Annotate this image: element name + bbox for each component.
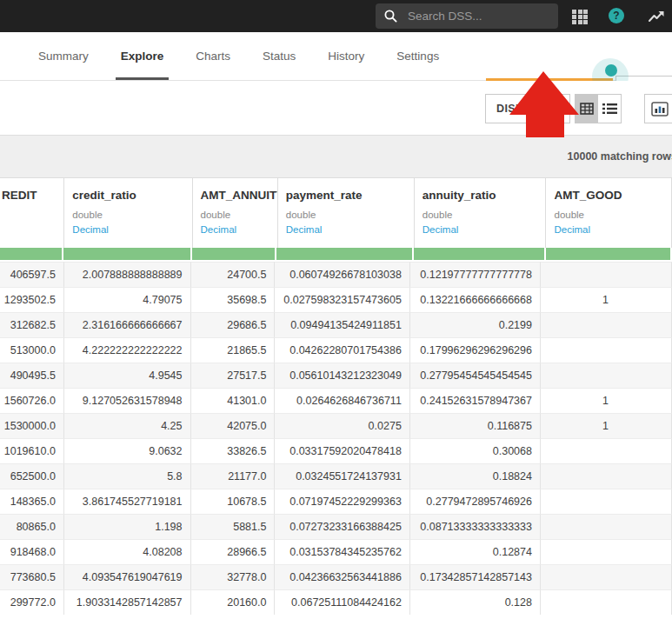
table-cell[interactable] xyxy=(541,463,672,489)
column-name[interactable]: AMT_GOOD xyxy=(554,189,663,202)
table-cell[interactable]: 773680.5 xyxy=(0,564,64,589)
table-cell[interactable]: 0.2199 xyxy=(410,312,541,337)
table-cell[interactable] xyxy=(541,489,672,514)
table-cell[interactable]: 2.316166666666667 xyxy=(64,312,191,337)
table-cell[interactable]: 24700.5 xyxy=(191,262,276,287)
table-cell[interactable]: 0.05610143212323049 xyxy=(275,363,409,388)
table-cell[interactable]: 0.116875 xyxy=(410,413,541,438)
table-cell[interactable]: 5.8 xyxy=(64,463,191,489)
table-cell[interactable]: 4.25 xyxy=(64,413,191,438)
column-header[interactable]: AMT_GOODdoubleDecimal xyxy=(546,178,672,248)
table-cell[interactable]: 32778.0 xyxy=(191,564,276,589)
table-cell[interactable]: 0.06725111084424162 xyxy=(275,589,409,615)
table-cell[interactable]: 0.07273233166388425 xyxy=(275,514,409,539)
tab-charts[interactable]: Charts xyxy=(196,32,230,80)
table-cell[interactable]: 312682.5 xyxy=(0,312,64,337)
column-name[interactable]: annuity_ratio xyxy=(422,189,538,202)
table-cell[interactable]: 0.12874 xyxy=(410,539,541,564)
table-cell[interactable]: 0.0275 xyxy=(275,413,409,438)
table-cell[interactable]: 0.17996296296296296 xyxy=(410,337,541,363)
column-header[interactable]: payment_ratedoubleDecimal xyxy=(278,178,415,248)
table-cell[interactable]: 0.13221666666666668 xyxy=(410,287,541,312)
table-cell[interactable]: 490495.5 xyxy=(0,363,64,388)
table-cell[interactable]: 0.09494135424911851 xyxy=(275,312,409,337)
table-cell[interactable]: 0.03153784345235762 xyxy=(275,539,409,564)
table-cell[interactable]: 0.06074926678103038 xyxy=(275,262,409,287)
table-cell[interactable]: 41301.0 xyxy=(191,388,276,413)
table-cell[interactable]: 21865.5 xyxy=(191,337,276,363)
table-cell[interactable]: 33826.5 xyxy=(191,438,276,463)
table-cell[interactable]: 0.0324551724137931 xyxy=(275,463,409,489)
table-cell[interactable]: 1530000.0 xyxy=(0,413,64,438)
table-cell[interactable]: 406597.5 xyxy=(0,262,64,287)
table-cell[interactable]: 5881.5 xyxy=(191,514,276,539)
help-icon[interactable]: ? xyxy=(609,8,624,23)
table-cell[interactable]: 20160.0 xyxy=(191,589,276,615)
trend-icon[interactable] xyxy=(648,9,665,27)
table-cell[interactable]: 0.12197777777777778 xyxy=(410,262,541,287)
table-cell[interactable] xyxy=(541,363,672,388)
table-cell[interactable]: 0.0264626846736711 xyxy=(275,388,409,413)
table-cell[interactable]: 1 xyxy=(541,413,672,438)
table-cell[interactable]: 4.79075 xyxy=(64,287,191,312)
table-cell[interactable]: 2.007888888888889 xyxy=(64,262,191,287)
table-cell[interactable]: 0.30068 xyxy=(410,438,541,463)
table-cell[interactable]: 4.08208 xyxy=(64,539,191,564)
table-cell[interactable]: 35698.5 xyxy=(191,287,276,312)
table-cell[interactable]: 513000.0 xyxy=(0,337,64,363)
table-cell[interactable]: 1.198 xyxy=(64,514,191,539)
column-header[interactable]: annuity_ratiodoubleDecimal xyxy=(415,178,547,248)
column-name[interactable]: payment_rate xyxy=(286,189,406,202)
table-cell[interactable]: 652500.0 xyxy=(0,463,64,489)
column-meaning-link[interactable]: Decimal xyxy=(201,224,269,235)
table-cell[interactable]: 80865.0 xyxy=(0,514,64,539)
table-cell[interactable]: 0.27795454545454545 xyxy=(410,363,541,388)
table-cell[interactable]: 918468.0 xyxy=(0,539,64,564)
column-header[interactable]: REDIT xyxy=(0,178,64,248)
table-cell[interactable]: 0.08713333333333333 xyxy=(410,514,541,539)
table-cell[interactable] xyxy=(541,589,672,615)
tab-explore[interactable]: Explore xyxy=(116,32,170,80)
table-cell[interactable]: 0.07197452229299363 xyxy=(275,489,409,514)
column-name[interactable]: AMT_ANNUITY xyxy=(201,189,269,202)
tab-summary[interactable]: Summary xyxy=(38,32,89,80)
table-cell[interactable] xyxy=(541,514,672,539)
table-cell[interactable]: 299772.0 xyxy=(0,589,64,615)
column-meaning-link[interactable]: Decimal xyxy=(554,224,663,235)
table-cell[interactable]: 9.0632 xyxy=(64,438,191,463)
tab-settings[interactable]: Settings xyxy=(396,32,439,80)
tab-history[interactable]: History xyxy=(328,32,364,80)
column-name[interactable]: credit_ratio xyxy=(72,189,183,202)
column-header[interactable]: AMT_ANNUITYdoubleDecimal xyxy=(193,178,278,248)
table-cell[interactable]: 1560726.0 xyxy=(0,388,64,413)
charts-view-button[interactable] xyxy=(644,94,672,123)
table-cell[interactable]: 0.04262280701754386 xyxy=(275,337,409,363)
table-cell[interactable]: 0.03317592020478418 xyxy=(275,438,409,463)
table-cell[interactable]: 4.222222222222222 xyxy=(64,337,191,363)
apps-grid-icon[interactable] xyxy=(572,10,589,24)
search-input[interactable]: Search DSS... xyxy=(376,3,558,29)
table-cell[interactable] xyxy=(541,262,672,287)
table-cell[interactable]: 1 xyxy=(541,388,672,413)
table-cell[interactable] xyxy=(541,337,672,363)
table-cell[interactable]: 3.861745527719181 xyxy=(64,489,191,514)
table-cell[interactable]: 148365.0 xyxy=(0,489,64,514)
table-cell[interactable] xyxy=(541,564,672,589)
column-name[interactable]: REDIT xyxy=(2,189,56,202)
table-cell[interactable]: 21177.0 xyxy=(191,463,276,489)
table-cell[interactable]: 4.9545 xyxy=(64,363,191,388)
table-cell[interactable]: 0.04236632563441886 xyxy=(275,564,409,589)
table-cell[interactable]: 1 xyxy=(541,287,672,312)
table-cell[interactable]: 0.027598323157473605 xyxy=(275,287,409,312)
tab-status[interactable]: Status xyxy=(263,32,296,80)
table-cell[interactable]: 28966.5 xyxy=(191,539,276,564)
table-cell[interactable]: 27517.5 xyxy=(191,363,276,388)
table-cell[interactable] xyxy=(541,539,672,564)
table-cell[interactable]: 10678.5 xyxy=(191,489,276,514)
display-button[interactable]: DISPLAY xyxy=(485,94,570,123)
table-cell[interactable] xyxy=(541,438,672,463)
column-header[interactable]: credit_ratiodoubleDecimal xyxy=(64,178,192,248)
column-meaning-link[interactable]: Decimal xyxy=(422,224,538,235)
table-view-button[interactable] xyxy=(576,95,598,123)
table-cell[interactable]: 0.18824 xyxy=(410,463,541,489)
